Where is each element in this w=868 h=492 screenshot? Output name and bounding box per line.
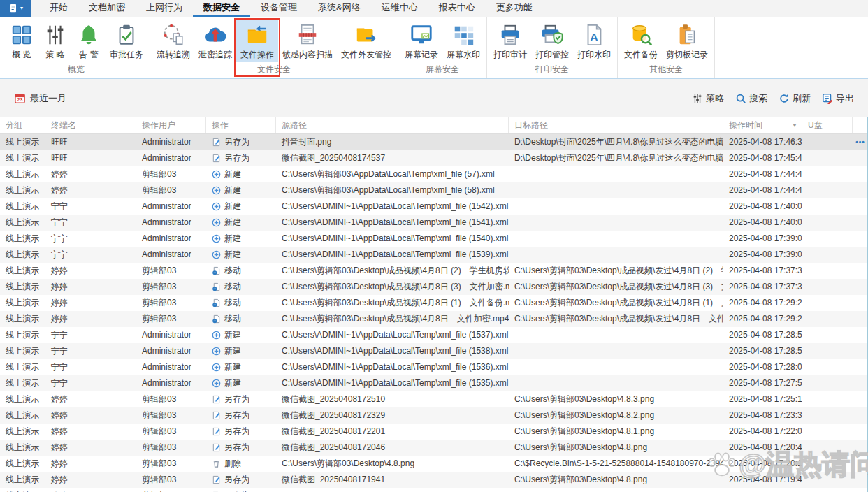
- menubar: ▾ 开始 文档加密 上网行为 数据安全 设备管理 系统&网络 运维中心 报表中心…: [0, 0, 868, 17]
- table-row[interactable]: 线上演示婷婷剪辑部03另存为微信截图_20250408171941C:\User…: [0, 472, 868, 488]
- ribbon-item-overview[interactable]: 概 览: [5, 20, 38, 62]
- col-operator-user[interactable]: 操作用户: [136, 117, 206, 133]
- policy-button[interactable]: 策略: [692, 92, 724, 105]
- ribbon-item-label: 泄密追踪: [198, 49, 232, 61]
- table-row[interactable]: 线上演示婷婷剪辑部03另存为微信截图_20250408172046C:\User…: [0, 440, 868, 456]
- table-row[interactable]: 线上演示婷婷剪辑部03另存为微信截图_20250408172329C:\User…: [0, 407, 868, 424]
- col-usb[interactable]: U盘: [802, 117, 853, 133]
- col-gutter: [853, 117, 868, 133]
- row-actions-menu[interactable]: •••: [853, 134, 868, 150]
- ribbon-item-alert[interactable]: 告 警: [72, 20, 106, 62]
- cell-operation: 另存为: [206, 407, 276, 424]
- col-operation-time[interactable]: 操作时间▼: [723, 117, 802, 133]
- save-as-icon: [212, 475, 221, 484]
- menu-tab-system-network[interactable]: 系统&网络: [308, 0, 371, 17]
- table-row[interactable]: 线上演示宁宁Administrator新建C:\Users\ADMINI~1\A…: [0, 343, 868, 359]
- cell-terminal-name: 宁宁: [45, 247, 136, 263]
- ribbon-item-flow-trace[interactable]: 流转追溯: [152, 20, 194, 62]
- table-row[interactable]: 线上演示宁宁Administrator新建C:\Users\ADMINI~1\A…: [0, 215, 868, 231]
- menu-tab-report-center[interactable]: 报表中心: [428, 0, 486, 17]
- ellipsis-icon[interactable]: •••: [855, 138, 865, 146]
- ribbon-item-sensitive-scan[interactable]: 敏感内容扫描: [278, 20, 337, 62]
- search-button[interactable]: 搜索: [735, 92, 767, 105]
- cell-operation: 删除: [206, 456, 276, 472]
- cell-target-path: C:\Users\剪辑部03\Desktop\4.8.png: [509, 440, 723, 456]
- table-row[interactable]: 线上演示婷婷剪辑部03新建C:\Users\剪辑部03\AppData\Loca…: [0, 166, 868, 182]
- cell-operation-time: 2025-04-08 17:39:03: [723, 247, 802, 263]
- table-row[interactable]: 线上演示宁宁Administrator新建C:\Users\ADMINI~1\A…: [0, 375, 868, 391]
- menu-tab-data-security[interactable]: 数据安全: [193, 0, 250, 17]
- table-row[interactable]: 线上演示婷婷剪辑部03移动C:\Users\剪辑部03\Desktop\成品视频…: [0, 263, 868, 279]
- ribbon-item-file-outgoing-control[interactable]: 文件外发管控: [337, 20, 396, 62]
- ribbon-item-screen-watermark[interactable]: 屏幕水印: [442, 20, 484, 62]
- menu-tab-ops-center[interactable]: 运维中心: [371, 0, 428, 17]
- cell-operator-user: 剪辑部03: [136, 440, 206, 456]
- row-gutter: [853, 472, 868, 488]
- table-row[interactable]: 线上演示宁宁Administrator新建C:\Users\ADMINI~1\A…: [0, 198, 868, 215]
- table-row[interactable]: 线上演示婷婷剪辑部03移动C:\Users\剪辑部03\Desktop\成品视频…: [0, 311, 868, 327]
- ribbon-item-label: 概 览: [12, 49, 31, 61]
- col-source-path[interactable]: 源路径: [276, 117, 509, 133]
- col-operation[interactable]: 操作: [206, 117, 276, 133]
- col-terminal-name[interactable]: 终端名: [45, 117, 136, 133]
- cell-usb: [802, 440, 853, 456]
- col-target-path[interactable]: 目标路径: [509, 117, 723, 133]
- table-row[interactable]: 线上演示婷婷剪辑部03移动C:\Users\剪辑部03\Desktop\成品视频…: [0, 279, 868, 295]
- refresh-button[interactable]: 刷新: [779, 92, 811, 105]
- menu-tab-more-features[interactable]: 更多功能: [486, 0, 543, 17]
- cell-operation: 另存为: [206, 472, 276, 488]
- ribbon-item-file-operations[interactable]: 文件操作: [236, 20, 278, 62]
- app-menu-button[interactable]: ▾: [0, 0, 31, 17]
- cell-target-path: C:\Users\剪辑部03\Desktop\4.8.2.png: [509, 407, 723, 424]
- table-row[interactable]: 线上演示婷婷剪辑部03另存为: [0, 488, 868, 492]
- ribbon-item-label: 屏幕水印: [447, 49, 480, 61]
- ribbon-item-approval-tasks[interactable]: 审批任务: [106, 20, 147, 62]
- bell-icon: [76, 22, 101, 48]
- ribbon-item-label: 剪切板记录: [666, 49, 708, 61]
- calendar-icon: 23: [14, 92, 26, 104]
- table-row[interactable]: 线上演示宁宁Administrator新建C:\Users\ADMINI~1\A…: [0, 247, 868, 263]
- menu-tab-doc-encryption[interactable]: 文档加密: [78, 0, 136, 17]
- cell-operation-time: 2025-04-08 17:22:04: [723, 424, 802, 440]
- export-button[interactable]: 导出: [822, 92, 854, 105]
- cell-operator-user: 剪辑部03: [136, 279, 206, 295]
- ribbon-item-print-audit[interactable]: 打印审计: [489, 20, 531, 62]
- menu-tab-web-behavior[interactable]: 上网行为: [136, 0, 193, 17]
- menu-tab-device-management[interactable]: 设备管理: [250, 0, 308, 17]
- table-row[interactable]: 线上演示婷婷剪辑部03移动C:\Users\剪辑部03\Desktop\成品视频…: [0, 295, 868, 311]
- ribbon-group-label: 文件安全: [152, 62, 396, 79]
- sliders-icon: [43, 22, 68, 48]
- ribbon-item-print-control[interactable]: 打印管控: [531, 20, 573, 62]
- new-icon: [212, 347, 221, 356]
- ribbon-item-file-backup[interactable]: 文件备份: [620, 20, 662, 62]
- table-row[interactable]: 线上演示婷婷剪辑部03删除C:\Users\剪辑部03\Desktop\4.8.…: [0, 456, 868, 472]
- table-row[interactable]: 线上演示宁宁Administrator新建C:\Users\ADMINI~1\A…: [0, 231, 868, 247]
- cell-operation-time: 2025-04-08 17:46:32: [723, 134, 802, 150]
- cell-group: 线上演示: [0, 343, 45, 359]
- cell-operation-time: 2025-04-08 17:23:32: [723, 407, 802, 424]
- print-audit-icon: [498, 22, 523, 48]
- col-group[interactable]: 分组: [0, 117, 45, 133]
- table-row[interactable]: 线上演示婷婷剪辑部03新建C:\Users\剪辑部03\AppData\Loca…: [0, 182, 868, 198]
- row-gutter: [853, 295, 868, 311]
- ribbon-item-leak-trace[interactable]: 泄密追踪: [194, 20, 236, 62]
- table-row[interactable]: 线上演示婷婷剪辑部03另存为微信截图_20250408172510C:\User…: [0, 391, 868, 407]
- cell-terminal-name: 旺旺: [45, 134, 136, 150]
- ribbon-item-policy[interactable]: 策 略: [38, 20, 72, 62]
- table-row[interactable]: 线上演示宁宁Administrator新建C:\Users\ADMINI~1\A…: [0, 359, 868, 375]
- table-row[interactable]: 线上演示旺旺Administrator另存为抖音封面.pngD:\Desktop…: [0, 134, 868, 150]
- table-row[interactable]: 线上演示婷婷剪辑部03另存为微信截图_20250408172201C:\User…: [0, 424, 868, 440]
- menu-tab-start[interactable]: 开始: [39, 0, 78, 17]
- table-row[interactable]: 线上演示宁宁Administrator新建C:\Users\ADMINI~1\A…: [0, 327, 868, 343]
- table-row[interactable]: 线上演示旺旺Administrator另存为微信截图_2025040817453…: [0, 150, 868, 166]
- cell-operator-user: Administrator: [136, 375, 206, 391]
- ribbon-item-screen-record[interactable]: 屏幕记录: [400, 20, 442, 62]
- ribbon-item-print-watermark[interactable]: A 打印水印: [573, 20, 615, 62]
- ribbon-item-label: 策 略: [45, 49, 64, 61]
- date-range-filter[interactable]: 23 最近一月: [14, 92, 66, 105]
- time-filter-dropdown-icon[interactable]: ▼: [792, 117, 797, 133]
- cell-operation-time: 2025-04-08 17:39:03: [723, 231, 802, 247]
- sensitive-scan-icon: [295, 22, 320, 48]
- ribbon-item-clipboard-record[interactable]: 剪切板记录: [662, 20, 712, 62]
- cell-terminal-name: 宁宁: [45, 359, 136, 375]
